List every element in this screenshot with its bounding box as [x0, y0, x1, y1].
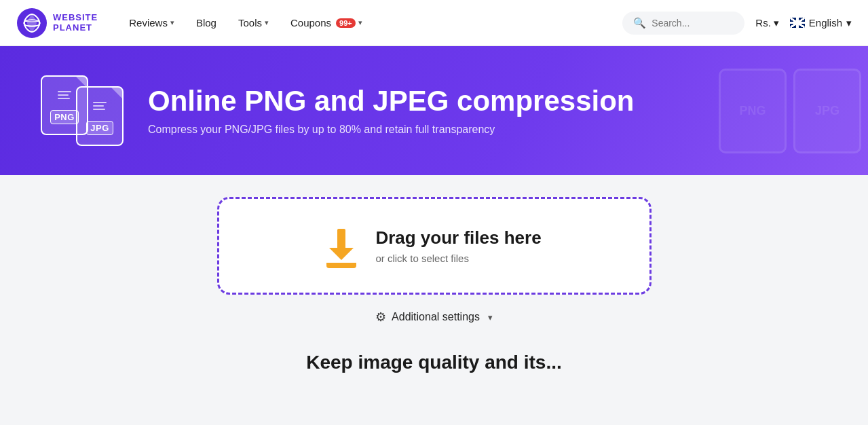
svg-rect-7	[93, 109, 105, 110]
arrow-head	[329, 248, 354, 260]
bg-png-icon: PNG	[719, 69, 787, 153]
flag-icon	[790, 18, 805, 28]
bg-jpg-icon: JPG	[793, 69, 861, 153]
navbar: WEBSITE PLANET Reviews ▾ Blog Tools ▾ Co…	[0, 0, 868, 46]
nav-coupons[interactable]: Coupons 99+ ▾	[281, 12, 372, 34]
reviews-chevron-icon: ▾	[170, 18, 174, 27]
jpg-file-icon: JPG	[76, 86, 124, 146]
dropzone-sub-text: or click to select files	[375, 253, 541, 264]
arrow-shaft	[337, 229, 345, 248]
jpg-label: JPG	[86, 121, 113, 135]
coupons-badge: 99+	[336, 18, 356, 28]
nav-reviews[interactable]: Reviews ▾	[119, 12, 184, 34]
file-lines-icon-2	[90, 98, 109, 118]
logo-link[interactable]: WEBSITE PLANET	[16, 7, 98, 39]
logo-icon	[16, 7, 48, 39]
logo-name-line1: WEBSITE	[53, 13, 98, 22]
file-corner-2	[111, 88, 122, 98]
bottom-teaser-text: Keep image quality and its...	[306, 352, 562, 384]
navbar-right: 🔍 Rs. ▾ English ▾	[622, 12, 852, 35]
svg-rect-2	[58, 91, 71, 92]
arrow-icon	[326, 223, 356, 260]
additional-settings[interactable]: ⚙ Additional settings ▾	[375, 310, 493, 325]
tools-chevron-icon: ▾	[265, 18, 269, 27]
svg-rect-3	[58, 94, 69, 96]
hero-text: Online PNG and JPEG compression Compress…	[148, 86, 635, 136]
svg-rect-4	[58, 98, 70, 99]
dropzone-text-group: Drag your files here or click to select …	[375, 227, 541, 264]
file-lines-icon	[55, 87, 74, 107]
nav-reviews-label: Reviews	[129, 17, 168, 29]
search-icon: 🔍	[633, 17, 646, 29]
arrow-base	[326, 263, 356, 268]
coupons-chevron-icon: ▾	[358, 18, 362, 27]
main-content: Drag your files here or click to select …	[0, 175, 868, 384]
nav-blog-label: Blog	[196, 17, 216, 29]
png-label: PNG	[50, 110, 79, 124]
hero-subtitle: Compress your PNG/JPG files by up to 80%…	[148, 124, 635, 136]
language-label: English	[809, 17, 842, 29]
dropzone-main-text: Drag your files here	[375, 227, 541, 248]
search-box[interactable]: 🔍	[622, 12, 744, 35]
svg-rect-5	[93, 102, 107, 103]
language-chevron-icon: ▾	[846, 17, 852, 29]
currency-chevron-icon: ▾	[774, 17, 779, 29]
dropzone[interactable]: Drag your files here or click to select …	[217, 197, 652, 295]
nav-blog[interactable]: Blog	[187, 12, 226, 34]
search-input[interactable]	[652, 18, 734, 29]
hero-banner: PNG JPG Online PNG and JPEG compression …	[0, 46, 868, 175]
settings-chevron-icon: ▾	[488, 312, 493, 322]
hero-file-icons: PNG JPG	[41, 75, 124, 146]
hero-title: Online PNG and JPEG compression	[148, 86, 635, 117]
nav-tools-label: Tools	[238, 17, 262, 29]
svg-rect-6	[93, 105, 104, 107]
nav-links: Reviews ▾ Blog Tools ▾ Coupons 99+ ▾	[119, 12, 622, 34]
language-selector[interactable]: English ▾	[790, 17, 852, 29]
logo-name-line2: PLANET	[53, 23, 98, 33]
nav-coupons-label: Coupons	[290, 17, 331, 29]
currency-label: Rs.	[755, 17, 771, 29]
nav-tools[interactable]: Tools ▾	[229, 12, 278, 34]
currency-selector[interactable]: Rs. ▾	[755, 17, 779, 29]
logo-text: WEBSITE PLANET	[53, 13, 98, 33]
upload-icon	[326, 223, 356, 268]
hero-bg-decoration: PNG JPG	[719, 46, 868, 175]
settings-label: Additional settings	[392, 311, 480, 323]
settings-gear-icon: ⚙	[375, 310, 386, 325]
